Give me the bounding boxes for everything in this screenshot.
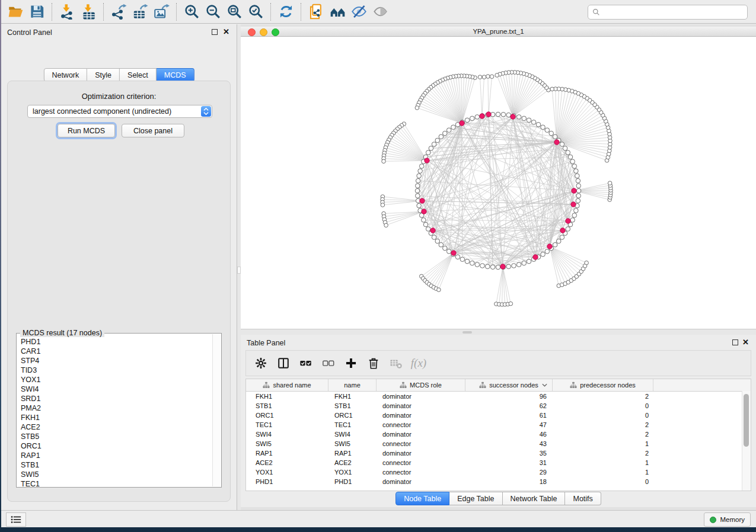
cell-predecessor-nodes[interactable]: 2 xyxy=(553,431,653,438)
cell-MCDS-role[interactable]: connector xyxy=(377,421,465,428)
cell-name[interactable]: SWI5 xyxy=(328,440,377,447)
cell-predecessor-nodes[interactable]: 1 xyxy=(553,459,653,466)
cell-shared-name[interactable]: YOX1 xyxy=(246,469,328,476)
float-window-icon[interactable] xyxy=(732,339,738,345)
cell-successor-nodes[interactable]: 46 xyxy=(465,431,553,438)
cell-MCDS-role[interactable]: connector xyxy=(377,469,465,476)
import-network-button[interactable] xyxy=(56,2,78,22)
run-mcds-button[interactable]: Run MCDS xyxy=(58,124,115,137)
cell-successor-nodes[interactable]: 96 xyxy=(465,393,553,400)
cell-shared-name[interactable]: RAP1 xyxy=(246,450,328,457)
cell-predecessor-nodes[interactable]: 2 xyxy=(553,393,653,400)
clone-network-button[interactable] xyxy=(305,2,327,22)
table-row[interactable]: PHD1PHD1dominator180 xyxy=(246,477,751,486)
mcds-result-item[interactable]: CAR1 xyxy=(21,347,213,356)
mcds-result-list[interactable]: PHD1CAR1STP4TID3YOX1SWI4SRD1PMA2FKH1ACE2… xyxy=(17,337,213,487)
settings-button[interactable] xyxy=(253,355,269,371)
table-row[interactable]: RAP1RAP1dominator352 xyxy=(246,448,751,458)
cell-shared-name[interactable]: ACE2 xyxy=(246,459,328,466)
mcds-result-item[interactable]: RAP1 xyxy=(21,451,213,460)
open-file-button[interactable] xyxy=(5,2,26,22)
cell-shared-name[interactable]: TEC1 xyxy=(246,421,328,428)
cell-name[interactable]: ACE2 xyxy=(328,459,377,466)
table-row[interactable]: YOX1YOX1connector291 xyxy=(246,467,751,477)
cell-successor-nodes[interactable]: 29 xyxy=(465,469,553,476)
cell-MCDS-role[interactable]: dominator xyxy=(377,412,465,419)
mcds-result-item[interactable]: SWI4 xyxy=(21,384,213,394)
cell-name[interactable]: ORC1 xyxy=(328,412,377,419)
tab-mcds[interactable]: MCDS xyxy=(157,68,194,82)
table-scrollbar[interactable] xyxy=(742,391,751,491)
import-table-button[interactable] xyxy=(78,2,99,22)
delete-button[interactable] xyxy=(366,355,381,371)
cell-name[interactable]: PHD1 xyxy=(328,478,377,485)
close-panel-button[interactable]: Close panel xyxy=(122,124,184,137)
float-window-icon[interactable] xyxy=(212,29,218,35)
column-button[interactable] xyxy=(276,355,291,371)
column-header-shared-name[interactable]: shared name xyxy=(246,379,328,391)
table-row[interactable]: ACE2ACE2connector311 xyxy=(246,458,751,467)
cell-successor-nodes[interactable]: 31 xyxy=(465,459,553,466)
zoom-in-button[interactable] xyxy=(181,2,202,22)
cell-name[interactable]: TEC1 xyxy=(328,421,377,428)
export-table-button[interactable] xyxy=(129,2,151,22)
horizontal-splitter[interactable] xyxy=(241,329,756,335)
cell-shared-name[interactable]: PHD1 xyxy=(246,478,328,485)
deselect-all-button[interactable] xyxy=(321,355,336,371)
memory-button[interactable]: Memory xyxy=(704,512,751,527)
cell-shared-name[interactable]: SWI5 xyxy=(246,440,328,447)
table-row[interactable]: FKH1FKH1dominator962 xyxy=(246,392,751,401)
cell-shared-name[interactable]: FKH1 xyxy=(246,393,328,400)
hide-details-button[interactable] xyxy=(348,2,369,22)
cell-predecessor-nodes[interactable]: 2 xyxy=(553,421,653,428)
mcds-result-item[interactable]: YOX1 xyxy=(21,375,213,384)
table-row[interactable]: TEC1TEC1connector472 xyxy=(246,420,751,430)
cell-MCDS-role[interactable]: connector xyxy=(377,459,465,466)
cell-successor-nodes[interactable]: 61 xyxy=(465,412,553,419)
cell-successor-nodes[interactable]: 35 xyxy=(465,450,553,457)
network-canvas[interactable] xyxy=(241,37,756,329)
task-history-button[interactable] xyxy=(6,512,26,527)
mcds-result-item[interactable]: ORC1 xyxy=(21,441,213,451)
tab-network-table[interactable]: Network Table xyxy=(503,492,566,505)
add-button[interactable] xyxy=(343,355,359,371)
cell-predecessor-nodes[interactable]: 0 xyxy=(553,478,653,485)
cell-name[interactable]: STB1 xyxy=(328,402,377,409)
cell-predecessor-nodes[interactable]: 0 xyxy=(553,412,653,419)
mcds-list-scrollbar[interactable] xyxy=(212,334,221,486)
zoom-fit-button[interactable] xyxy=(224,2,245,22)
cell-predecessor-nodes[interactable]: 0 xyxy=(553,402,653,409)
mcds-result-item[interactable]: TID3 xyxy=(21,366,213,375)
cell-predecessor-nodes[interactable]: 1 xyxy=(553,440,653,447)
optimization-dropdown[interactable]: largest connected component (undirected) xyxy=(27,105,212,118)
zoom-out-button[interactable] xyxy=(202,2,224,22)
mcds-result-item[interactable]: SWI5 xyxy=(21,470,213,479)
refresh-button[interactable] xyxy=(275,2,296,22)
cell-successor-nodes[interactable]: 43 xyxy=(465,440,553,447)
table-row[interactable]: SWI5SWI5connector431 xyxy=(246,439,751,448)
cell-MCDS-role[interactable]: dominator xyxy=(377,402,465,409)
column-header-predecessor-nodes[interactable]: predecessor nodes xyxy=(553,379,653,391)
tab-network[interactable]: Network xyxy=(43,68,87,82)
select-all-button[interactable] xyxy=(298,355,314,371)
tab-select[interactable]: Select xyxy=(120,68,157,82)
zoom-selected-button[interactable] xyxy=(245,2,266,22)
search-input[interactable] xyxy=(603,5,747,20)
cell-predecessor-nodes[interactable]: 1 xyxy=(553,469,653,476)
mcds-result-item[interactable]: TEC1 xyxy=(21,479,213,487)
show-details-button[interactable] xyxy=(369,2,391,22)
table-row[interactable]: ORC1ORC1dominator610 xyxy=(246,411,751,420)
cell-name[interactable]: RAP1 xyxy=(328,450,377,457)
cell-MCDS-role[interactable]: dominator xyxy=(377,393,465,400)
column-header-MCDS-role[interactable]: MCDS role xyxy=(377,379,465,391)
cell-name[interactable]: SWI4 xyxy=(328,431,377,438)
network-window-titlebar[interactable]: YPA_prune.txt_1 xyxy=(241,27,756,37)
cell-shared-name[interactable]: ORC1 xyxy=(246,412,328,419)
mcds-result-item[interactable]: PMA2 xyxy=(21,403,213,413)
cell-name[interactable]: YOX1 xyxy=(328,469,377,476)
cell-successor-nodes[interactable]: 62 xyxy=(465,402,553,409)
mcds-result-item[interactable]: PHD1 xyxy=(21,337,213,347)
cell-shared-name[interactable]: STB1 xyxy=(246,402,328,409)
network-overview-button[interactable] xyxy=(327,2,348,22)
table-row[interactable]: STB1STB1dominator620 xyxy=(246,401,751,411)
